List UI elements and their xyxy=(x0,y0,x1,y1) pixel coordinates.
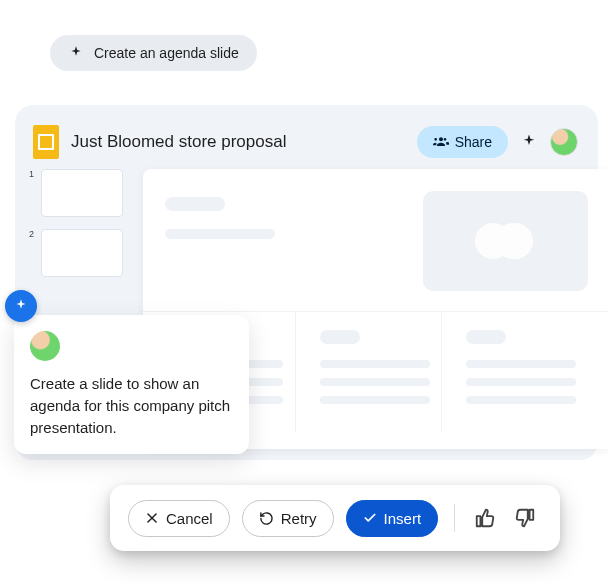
cancel-button[interactable]: Cancel xyxy=(128,500,230,537)
retry-button[interactable]: Retry xyxy=(242,500,334,537)
insert-label: Insert xyxy=(384,510,422,527)
share-label: Share xyxy=(455,134,492,150)
prompt-card: Create a slide to show an agenda for thi… xyxy=(14,315,249,454)
skeleton-line xyxy=(320,330,360,344)
retry-icon xyxy=(259,511,274,526)
slide-thumbnail[interactable] xyxy=(41,169,123,217)
divider xyxy=(454,504,455,532)
skeleton-line xyxy=(466,330,506,344)
suggestion-label: Create an agenda slide xyxy=(94,45,239,61)
prompt-text: Create a slide to show an agenda for thi… xyxy=(30,373,233,438)
titlebar: Just Bloomed store proposal Share xyxy=(15,117,598,173)
skeleton-line xyxy=(466,360,576,368)
skeleton-line xyxy=(165,229,275,239)
user-avatar xyxy=(30,331,60,361)
slides-logo-icon xyxy=(33,125,59,159)
canvas-hero xyxy=(165,191,588,291)
skeleton-line xyxy=(466,396,576,404)
account-avatar[interactable] xyxy=(550,128,578,156)
thumbnail-row[interactable]: 1 xyxy=(29,169,124,217)
check-icon xyxy=(363,511,377,525)
share-button[interactable]: Share xyxy=(417,126,508,158)
canvas-card xyxy=(458,312,588,432)
thumbnail-number: 1 xyxy=(29,169,37,179)
ai-spark-button[interactable] xyxy=(520,133,538,151)
canvas-image-placeholder xyxy=(423,191,588,291)
skeleton-line xyxy=(466,378,576,386)
suggestion-chip[interactable]: Create an agenda slide xyxy=(50,35,257,71)
action-bar: Cancel Retry Insert xyxy=(110,485,560,551)
skeleton-line xyxy=(320,396,430,404)
skeleton-line xyxy=(320,378,430,386)
skeleton-line xyxy=(320,360,430,368)
document-title[interactable]: Just Bloomed store proposal xyxy=(71,132,405,152)
slide-thumbnail[interactable] xyxy=(41,229,123,277)
people-icon xyxy=(433,134,449,150)
retry-label: Retry xyxy=(281,510,317,527)
spark-icon xyxy=(68,45,84,61)
ai-badge[interactable] xyxy=(5,290,37,322)
slide-thumbnails: 1 2 xyxy=(29,169,124,289)
thumbnail-number: 2 xyxy=(29,229,37,239)
cancel-label: Cancel xyxy=(166,510,213,527)
skeleton-line xyxy=(165,197,225,211)
insert-button[interactable]: Insert xyxy=(346,500,439,537)
canvas-card xyxy=(312,312,443,432)
thumbs-up-button[interactable] xyxy=(471,504,499,532)
canvas-text-placeholder xyxy=(165,191,409,239)
thumbnail-row[interactable]: 2 xyxy=(29,229,124,277)
close-icon xyxy=(145,511,159,525)
thumbs-down-button[interactable] xyxy=(511,504,539,532)
